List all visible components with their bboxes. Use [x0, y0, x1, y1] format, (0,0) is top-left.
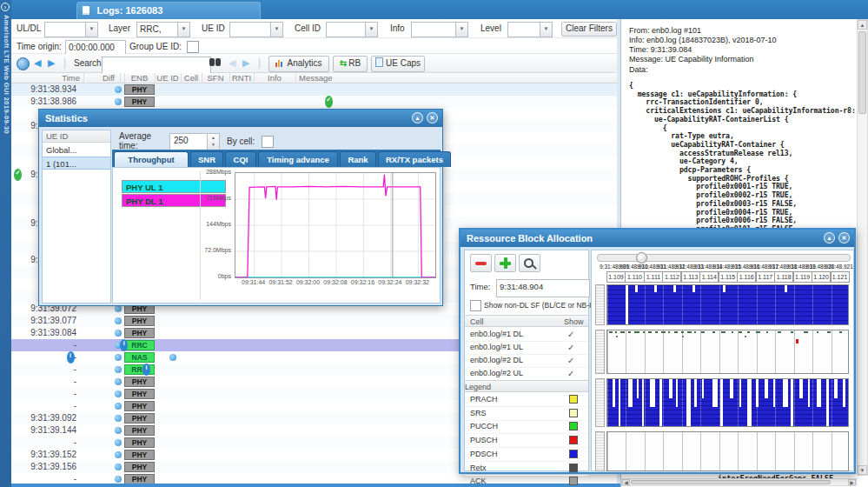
filter-combo-uldl[interactable]: ▼ — [44, 22, 98, 37]
bubble-icon[interactable] — [115, 390, 122, 397]
bubble-icon[interactable] — [115, 98, 122, 105]
search-input[interactable] — [102, 57, 211, 75]
bubble-icon[interactable] — [115, 403, 122, 410]
bubble-icon[interactable] — [115, 86, 122, 93]
table-row[interactable]: 9:31:38.986+0.052PHY11143.40x3dPDSCHharq… — [11, 96, 617, 108]
filter-combo-cellid[interactable]: ▼ — [326, 22, 378, 37]
filter-combo-info[interactable]: ▼ — [411, 22, 468, 37]
rb-button[interactable]: ⇆RB — [333, 56, 368, 72]
analytics-button[interactable]: Analytics — [268, 56, 329, 72]
slider-handle-icon[interactable] — [636, 252, 647, 264]
tab-logs[interactable]: Logs: 1626083 — [76, 2, 261, 19]
average-time-spinner[interactable]: 250 ▲▼ — [169, 133, 220, 150]
by-cell-checkbox[interactable] — [262, 136, 274, 148]
bubble-icon[interactable] — [115, 354, 122, 361]
show-checkmark-icon[interactable]: ✓ — [567, 367, 574, 380]
prev-match-arrow-icon[interactable]: ◀ — [229, 57, 235, 69]
chevron-down-icon[interactable]: ▼ — [540, 23, 552, 37]
column-header-info[interactable]: Info — [254, 73, 296, 83]
chevron-down-icon[interactable]: ▼ — [177, 23, 189, 37]
zoom-in-button[interactable] — [494, 254, 516, 272]
refresh-clock-icon[interactable] — [17, 57, 30, 70]
collapse-icon[interactable]: ▲ — [824, 232, 835, 244]
bubble-icon[interactable] — [115, 305, 122, 312]
bubble-icon[interactable] — [115, 464, 122, 470]
column-header-cell[interactable]: Cell — [181, 73, 202, 83]
forward-arrow-icon[interactable]: ▶ — [48, 57, 55, 69]
bubble-icon[interactable] — [115, 317, 122, 324]
sidebar-expand-icon[interactable]: › — [1, 3, 10, 11]
vertical-scrollbar[interactable]: ▲ ▼ — [857, 19, 868, 476]
track-enb2-ul[interactable] — [606, 431, 849, 471]
column-header-sfn[interactable]: SFN — [202, 73, 230, 83]
close-icon[interactable]: ✕ — [427, 112, 438, 123]
bubble-icon[interactable] — [115, 330, 122, 337]
magnifier-button[interactable] — [519, 254, 540, 272]
track-enb1-dl[interactable] — [606, 284, 849, 325]
column-header-rnti[interactable]: RNTI — [229, 73, 255, 83]
ueid-list-item[interactable]: 1 (101... — [43, 157, 110, 170]
ueid-list-item[interactable]: Global... — [43, 143, 110, 157]
table-row[interactable]: 9:31:38.934+0.002PHY11137.8PUCCHformat=1… — [11, 83, 617, 96]
filter-combo-level[interactable]: ▼ — [507, 22, 553, 37]
tab-timing-advance[interactable]: Timing advance — [258, 151, 338, 167]
cell-row[interactable]: enb0.log/#2 UL✓ — [465, 367, 588, 381]
spinner-arrows-icon[interactable]: ▲▼ — [207, 134, 219, 150]
cell-row[interactable]: enb0.log/#1 DL✓ — [465, 328, 588, 342]
show-non-dl-checkbox[interactable] — [470, 300, 481, 311]
bubble-icon[interactable] — [115, 476, 122, 483]
rb-time-slider[interactable] — [597, 254, 851, 262]
bubble-icon[interactable] — [115, 366, 122, 373]
track-enb2-dl[interactable] — [606, 378, 849, 427]
back-arrow-icon[interactable]: ◀ — [34, 57, 41, 69]
statistics-title-bar[interactable]: Statistics ▲ ✕ — [39, 110, 442, 127]
series-legend-ul[interactable]: PHY UL 1 — [122, 180, 226, 193]
bubble-icon[interactable] — [115, 378, 122, 385]
zoom-out-button[interactable] — [470, 254, 492, 272]
chevron-down-icon[interactable]: ▼ — [85, 23, 97, 37]
tab-throughput[interactable]: Throughput — [114, 151, 189, 167]
tab-cqi[interactable]: CQI — [225, 151, 256, 167]
app-sidebar[interactable]: › Amarisoft LTE Web GUI 2019-09-30 — [0, 0, 11, 487]
track-enb1-ul[interactable] — [606, 330, 849, 374]
tab-snr[interactable]: SNR — [190, 151, 223, 167]
chevron-down-icon[interactable]: ▼ — [365, 23, 377, 37]
column-header-message[interactable]: Message — [295, 73, 621, 83]
tab-rank[interactable]: Rank — [340, 151, 376, 167]
cell-row[interactable]: enb0.log/#1 UL✓ — [465, 341, 588, 355]
chevron-down-icon[interactable]: ▼ — [270, 23, 282, 37]
scroll-right-arrow[interactable]: ▶ — [848, 479, 856, 485]
chevron-down-icon[interactable]: ▼ — [455, 23, 467, 37]
rb-time-input[interactable]: 9:31:48.904 — [496, 279, 590, 297]
ue-caps-button[interactable]: UE Caps — [371, 56, 425, 72]
filter-combo-layer[interactable]: RRC,▼ — [136, 22, 190, 37]
rb-title-bar[interactable]: Ressource Block Allocation ▲ ✕ — [461, 230, 854, 247]
column-header-time[interactable]: Time — [11, 73, 84, 83]
bubble-icon[interactable] — [169, 354, 176, 361]
bubble-icon[interactable] — [115, 451, 122, 458]
group-ueid-checkbox[interactable] — [187, 41, 199, 53]
scroll-up-arrow[interactable]: ▲ — [858, 20, 867, 30]
tab-rx-tx-packets[interactable]: RX/TX packets — [378, 151, 451, 167]
show-checkmark-icon[interactable]: ✓ — [567, 341, 574, 354]
column-header-enb[interactable]: ENB — [124, 73, 156, 83]
bubble-icon[interactable] — [115, 439, 122, 446]
horizontal-scroll-thumb[interactable] — [631, 480, 831, 484]
show-checkmark-icon[interactable]: ✓ — [567, 354, 574, 367]
show-checkmark-icon[interactable]: ✓ — [567, 328, 574, 341]
clear-filters-button[interactable]: Clear Filters — [561, 22, 617, 37]
scroll-down-arrow[interactable]: ▼ — [858, 465, 867, 475]
next-match-arrow-icon[interactable]: ▶ — [242, 57, 249, 69]
horizontal-scrollbar[interactable]: ◀ ▶ — [621, 478, 857, 486]
bubble-icon[interactable] — [115, 427, 122, 434]
column-header-ueid[interactable]: UE ID — [155, 73, 182, 83]
binoculars-search-icon[interactable] — [209, 58, 222, 67]
close-icon[interactable]: ✕ — [838, 232, 850, 244]
bubble-icon[interactable] — [115, 415, 122, 422]
scroll-left-arrow[interactable]: ◀ — [622, 479, 630, 485]
vertical-scroll-thumb[interactable] — [858, 31, 866, 114]
cell-row[interactable]: enb0.log/#2 DL✓ — [465, 354, 588, 368]
collapse-icon[interactable]: ▲ — [412, 112, 423, 123]
subframe-label: 1.112 — [662, 271, 681, 283]
filter-combo-ueid[interactable]: ▼ — [229, 22, 283, 37]
